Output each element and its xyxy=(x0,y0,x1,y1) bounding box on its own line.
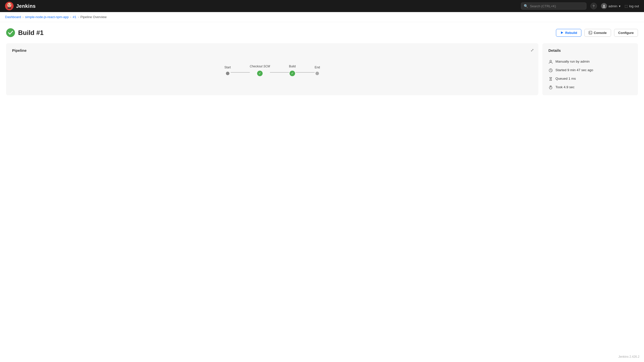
stage-checkout[interactable]: Checkout SCM ✓ xyxy=(250,65,270,76)
svg-point-1 xyxy=(7,3,11,7)
stage-build-check-icon: ✓ xyxy=(291,72,294,75)
person-icon xyxy=(548,60,553,65)
stage-build-node: ✓ xyxy=(290,71,295,76)
stage-build-label: Build xyxy=(289,65,296,68)
stage-start-node xyxy=(226,72,229,75)
details-panel: Details Manually run by admin Started 9 … xyxy=(542,43,638,95)
breadcrumb-sep-3: › xyxy=(78,15,79,19)
nav-actions: 🔍 ? admin ▾ ⬚ log out xyxy=(521,3,639,10)
connector-1 xyxy=(231,72,250,73)
main-grid: Pipeline ⤢ Start Checkout SCM ✓ xyxy=(6,43,638,95)
breadcrumb-project[interactable]: simple-node-js-react-npm-app xyxy=(25,15,69,19)
build-actions: Rebuild Console Configure xyxy=(556,29,638,37)
pipeline-panel-title: Pipeline xyxy=(12,48,532,53)
search-bar[interactable]: 🔍 xyxy=(521,3,586,10)
search-icon: 🔍 xyxy=(524,4,528,8)
svg-point-5 xyxy=(603,5,605,6)
breadcrumb-current: Pipeline Overview xyxy=(80,15,106,19)
details-panel-title: Details xyxy=(548,48,632,53)
configure-button[interactable]: Configure xyxy=(614,29,638,37)
svg-point-3 xyxy=(10,4,11,5)
search-input[interactable] xyxy=(530,4,584,8)
pipeline-panel: Pipeline ⤢ Start Checkout SCM ✓ xyxy=(6,43,538,95)
build-title: Build #1 xyxy=(6,28,44,37)
timer-icon xyxy=(548,85,553,90)
detail-item-took: Took 4.9 sec xyxy=(548,85,632,90)
breadcrumb-build-num[interactable]: #1 xyxy=(73,15,76,19)
detail-item-queued: Queued 1 ms xyxy=(548,77,632,82)
detail-trigger-text: Manually run by admin xyxy=(555,60,590,63)
stage-start-label: Start xyxy=(224,66,231,69)
logout-label: log out xyxy=(629,4,639,8)
detail-took-text: Took 4.9 sec xyxy=(555,85,575,89)
detail-started-text: Started 9 min 47 sec ago xyxy=(555,68,593,72)
stage-build[interactable]: Build ✓ xyxy=(289,65,296,76)
stage-start: Start xyxy=(224,66,231,75)
breadcrumb-sep-2: › xyxy=(70,15,71,19)
detail-queued-text: Queued 1 ms xyxy=(555,77,576,80)
pipeline-diagram: Start Checkout SCM ✓ Build xyxy=(12,60,532,84)
logout-icon: ⬚ xyxy=(625,4,628,8)
svg-marker-7 xyxy=(561,31,563,34)
logout-button[interactable]: ⬚ log out xyxy=(625,4,639,8)
top-navigation: Jenkins 🔍 ? admin ▾ ⬚ log out xyxy=(0,0,644,12)
jenkins-logo-icon xyxy=(5,2,14,10)
connector-3 xyxy=(296,72,314,73)
rebuild-play-icon xyxy=(560,31,564,34)
svg-point-10 xyxy=(550,60,552,62)
build-status-icon xyxy=(6,28,15,37)
breadcrumb-dashboard[interactable]: Dashboard xyxy=(5,15,21,19)
connector-2 xyxy=(270,72,289,73)
page-title: Build #1 xyxy=(18,29,44,37)
detail-item-started: Started 9 min 47 sec ago xyxy=(548,68,632,73)
expand-icon[interactable]: ⤢ xyxy=(531,48,534,53)
console-icon xyxy=(589,31,592,34)
help-button[interactable]: ? xyxy=(590,3,597,9)
svg-point-6 xyxy=(6,28,15,37)
hourglass-icon xyxy=(548,77,553,82)
svg-point-2 xyxy=(8,4,9,5)
admin-chevron-icon: ▾ xyxy=(619,4,621,8)
admin-avatar xyxy=(601,3,607,9)
page-content: Build #1 Rebuild Console Configure xyxy=(0,22,644,101)
stage-checkout-check-icon: ✓ xyxy=(259,72,261,75)
pipeline-stages: Start Checkout SCM ✓ Build xyxy=(224,65,320,76)
nav-brand: Jenkins xyxy=(5,2,36,10)
stage-end-node xyxy=(315,72,319,75)
admin-label: admin xyxy=(609,4,617,8)
build-header: Build #1 Rebuild Console Configure xyxy=(6,28,638,37)
stage-end-label: End xyxy=(315,66,320,69)
admin-menu[interactable]: admin ▾ xyxy=(601,3,621,9)
stage-checkout-node: ✓ xyxy=(257,71,263,76)
detail-item-trigger: Manually run by admin xyxy=(548,60,632,65)
breadcrumb-sep-1: › xyxy=(23,15,24,19)
breadcrumb: Dashboard › simple-node-js-react-npm-app… xyxy=(0,12,644,22)
stage-checkout-label: Checkout SCM xyxy=(250,65,270,68)
console-button[interactable]: Console xyxy=(584,29,611,37)
rebuild-button[interactable]: Rebuild xyxy=(556,29,582,37)
clock-icon xyxy=(548,68,553,73)
jenkins-title: Jenkins xyxy=(16,3,36,9)
details-list: Manually run by admin Started 9 min 47 s… xyxy=(548,60,632,90)
svg-rect-4 xyxy=(8,7,11,9)
stage-end: End xyxy=(315,66,320,75)
